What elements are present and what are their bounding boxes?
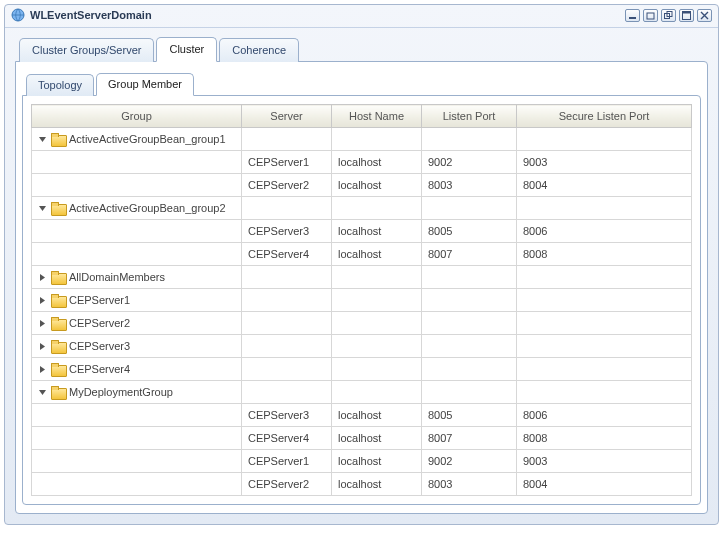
group-row[interactable]: CEPServer2 <box>32 312 692 335</box>
collapse-caret-icon[interactable] <box>38 273 47 282</box>
cell-listen: 8007 <box>422 243 517 266</box>
collapse-caret-icon[interactable] <box>38 319 47 328</box>
group-row[interactable]: CEPServer1 <box>32 289 692 312</box>
group-row[interactable]: ActiveActiveGroupBean_group1 <box>32 128 692 151</box>
cell-listen: 8003 <box>422 174 517 197</box>
cell-server: CEPServer3 <box>242 404 332 427</box>
cell-secure: 8008 <box>517 243 692 266</box>
window-controls <box>625 9 712 22</box>
cell-listen: 8007 <box>422 427 517 450</box>
folder-icon <box>51 294 65 306</box>
restore-button[interactable] <box>643 9 658 22</box>
expand-caret-icon[interactable] <box>38 388 47 397</box>
panel-header: WLEventServerDomain <box>5 5 718 28</box>
col-header-listen-port[interactable]: Listen Port <box>422 105 517 128</box>
maximize-button[interactable] <box>679 9 694 22</box>
col-header-hostname[interactable]: Host Name <box>332 105 422 128</box>
cell-listen: 9002 <box>422 450 517 473</box>
col-header-secure-listen-port[interactable]: Secure Listen Port <box>517 105 692 128</box>
group-member-table: Group Server Host Name Listen Port Secur… <box>31 104 692 496</box>
tab-page-cluster: TopologyGroup Member Group Server Host N… <box>15 61 708 514</box>
group-row[interactable]: CEPServer4 <box>32 358 692 381</box>
minimize-button[interactable] <box>625 9 640 22</box>
collapse-caret-icon[interactable] <box>38 342 47 351</box>
sub-tab[interactable]: Topology <box>26 74 94 96</box>
member-row[interactable]: CEPServer4localhost80078008 <box>32 427 692 450</box>
cell-server: CEPServer1 <box>242 450 332 473</box>
expand-caret-icon[interactable] <box>38 135 47 144</box>
domain-icon <box>11 8 25 22</box>
member-row[interactable]: CEPServer3localhost80058006 <box>32 404 692 427</box>
cell-secure: 9003 <box>517 450 692 473</box>
cell-host: localhost <box>332 151 422 174</box>
folder-icon <box>51 363 65 375</box>
group-name: CEPServer3 <box>69 340 130 352</box>
folder-icon <box>51 271 65 283</box>
cell-host: localhost <box>332 220 422 243</box>
cell-host: localhost <box>332 427 422 450</box>
panel-body: Cluster Groups/ServerClusterCoherence To… <box>5 28 718 524</box>
col-header-group[interactable]: Group <box>32 105 242 128</box>
expand-caret-icon[interactable] <box>38 204 47 213</box>
cell-host: localhost <box>332 404 422 427</box>
sub-tab[interactable]: Group Member <box>96 73 194 96</box>
cell-host: localhost <box>332 243 422 266</box>
panel-title: WLEventServerDomain <box>30 9 625 21</box>
cascade-button[interactable] <box>661 9 676 22</box>
group-name: CEPServer2 <box>69 317 130 329</box>
svg-rect-1 <box>629 17 636 19</box>
sub-tabstrip: TopologyGroup Member <box>26 72 701 95</box>
col-header-server[interactable]: Server <box>242 105 332 128</box>
cell-server: CEPServer2 <box>242 473 332 496</box>
member-row[interactable]: CEPServer3localhost80058006 <box>32 220 692 243</box>
cell-secure: 8008 <box>517 427 692 450</box>
group-name: MyDeploymentGroup <box>69 386 173 398</box>
cell-secure: 8006 <box>517 220 692 243</box>
svg-rect-6 <box>683 11 691 13</box>
close-button[interactable] <box>697 9 712 22</box>
member-row[interactable]: CEPServer1localhost90029003 <box>32 151 692 174</box>
group-row[interactable]: ActiveActiveGroupBean_group2 <box>32 197 692 220</box>
cell-listen: 8005 <box>422 220 517 243</box>
cell-server: CEPServer1 <box>242 151 332 174</box>
group-row[interactable]: CEPServer3 <box>32 335 692 358</box>
cell-server: CEPServer4 <box>242 243 332 266</box>
member-row[interactable]: CEPServer2localhost80038004 <box>32 174 692 197</box>
cell-listen: 8003 <box>422 473 517 496</box>
group-row[interactable]: AllDomainMembers <box>32 266 692 289</box>
table-header-row: Group Server Host Name Listen Port Secur… <box>32 105 692 128</box>
member-row[interactable]: CEPServer4localhost80078008 <box>32 243 692 266</box>
main-tab[interactable]: Cluster <box>156 37 217 62</box>
group-row[interactable]: MyDeploymentGroup <box>32 381 692 404</box>
group-name: CEPServer1 <box>69 294 130 306</box>
svg-rect-2 <box>647 13 654 19</box>
folder-icon <box>51 202 65 214</box>
folder-icon <box>51 133 65 145</box>
main-tabstrip: Cluster Groups/ServerClusterCoherence <box>19 36 708 61</box>
cell-host: localhost <box>332 473 422 496</box>
group-name: CEPServer4 <box>69 363 130 375</box>
group-name: ActiveActiveGroupBean_group2 <box>69 202 226 214</box>
cell-secure: 8004 <box>517 473 692 496</box>
main-tab[interactable]: Coherence <box>219 38 299 62</box>
member-row[interactable]: CEPServer1localhost90029003 <box>32 450 692 473</box>
collapse-caret-icon[interactable] <box>38 365 47 374</box>
cell-secure: 8004 <box>517 174 692 197</box>
cell-listen: 9002 <box>422 151 517 174</box>
cell-server: CEPServer4 <box>242 427 332 450</box>
main-tab[interactable]: Cluster Groups/Server <box>19 38 154 62</box>
folder-icon <box>51 386 65 398</box>
collapse-caret-icon[interactable] <box>38 296 47 305</box>
cell-server: CEPServer2 <box>242 174 332 197</box>
subtab-page-group-member: Group Server Host Name Listen Port Secur… <box>22 95 701 505</box>
cell-host: localhost <box>332 174 422 197</box>
group-name: ActiveActiveGroupBean_group1 <box>69 133 226 145</box>
cell-secure: 9003 <box>517 151 692 174</box>
domain-panel: WLEventServerDomain Cluster Groups/Serve… <box>4 4 719 525</box>
group-name: AllDomainMembers <box>69 271 165 283</box>
member-row[interactable]: CEPServer2localhost80038004 <box>32 473 692 496</box>
cell-host: localhost <box>332 450 422 473</box>
cell-secure: 8006 <box>517 404 692 427</box>
cell-server: CEPServer3 <box>242 220 332 243</box>
folder-icon <box>51 317 65 329</box>
